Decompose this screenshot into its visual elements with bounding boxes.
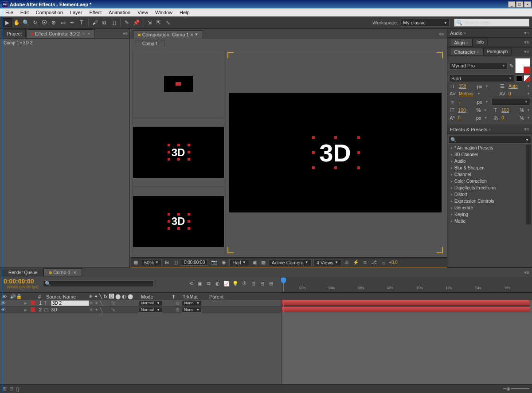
close-button[interactable]: × — [524, 1, 531, 8]
panel-menu-icon[interactable]: ▾≡ — [439, 31, 444, 37]
zoom-tool-icon[interactable]: 🔍 — [21, 18, 30, 27]
effects-category[interactable]: ▸3D Channel — [448, 151, 526, 158]
pin-tool-icon[interactable]: 📌 — [132, 18, 141, 27]
playhead-line[interactable] — [283, 300, 284, 313]
menu-effect[interactable]: Effect — [86, 9, 105, 16]
switch1-icon[interactable]: ⊡ — [250, 280, 257, 287]
views-dropdown[interactable]: 4 Views▼ — [313, 259, 341, 266]
stroke-style-dropdown[interactable]: ▼ — [491, 98, 530, 106]
panel-menu-icon[interactable]: ▾≡ — [524, 30, 529, 36]
tab-info[interactable]: Info — [473, 39, 488, 46]
effects-category[interactable]: ▸Color Correction — [448, 178, 526, 185]
rotate-tool-icon[interactable]: ↻ — [31, 18, 39, 27]
autokey-icon[interactable]: ⏱ — [241, 280, 248, 287]
frameblend-icon[interactable]: ⧉ — [205, 280, 212, 287]
tab-paragraph[interactable]: Paragraph — [483, 48, 512, 55]
playhead[interactable] — [283, 277, 284, 292]
time-display[interactable]: 0:00:00:00 — [181, 259, 208, 266]
font-size-value[interactable]: 158 — [459, 84, 474, 89]
timeline-icon[interactable]: ⧈ — [362, 259, 368, 266]
menu-edit[interactable]: Edit — [17, 9, 32, 16]
pen-tool-icon[interactable]: ✒ — [68, 18, 77, 27]
nofill-icon[interactable] — [524, 75, 530, 82]
switch2-icon[interactable]: ⊟ — [258, 280, 266, 287]
timecode-display[interactable]: 0:00:00:00 — [4, 278, 39, 285]
resolution-dropdown[interactable]: Half▼ — [229, 259, 249, 266]
anchor-tool-icon[interactable]: ⊕ — [49, 18, 58, 27]
hand-tool-icon[interactable]: ✋ — [12, 18, 21, 27]
layer-name-input[interactable] — [51, 300, 89, 306]
eraser-tool-icon[interactable]: ◫ — [109, 18, 118, 27]
switch3-icon[interactable]: ⊞ — [267, 280, 274, 287]
zoom-dropdown[interactable]: 50%▼ — [141, 259, 162, 266]
effects-category[interactable]: ▸Audio — [448, 158, 526, 165]
zoom-slider[interactable]: ━◉━━━━━━ — [503, 386, 529, 392]
stamp-tool-icon[interactable]: ⧉ — [100, 18, 109, 27]
font-style-dropdown[interactable]: Bold▼ — [449, 75, 514, 82]
layer-row[interactable]: 👁▸2▢3D✳ ✦ ╲fxNormal ▼⊘None ▼ — [0, 307, 282, 313]
pixel-icon[interactable]: ⊡ — [343, 259, 350, 266]
panel-menu-icon[interactable]: ▾≡ — [123, 31, 128, 36]
toggle-switches-icon[interactable]: ⊞ — [3, 386, 7, 392]
selection-tool-icon[interactable]: ▶ — [3, 18, 12, 27]
region-icon[interactable]: ▣ — [251, 259, 258, 266]
tab-character[interactable]: Character× — [450, 48, 483, 56]
draft3d-icon[interactable]: ▣ — [196, 280, 203, 287]
graph-icon[interactable]: 📈 — [223, 280, 230, 287]
eyedropper-icon[interactable]: ✎ — [509, 63, 513, 69]
time-ruler[interactable]: 02s04s06s08s10s12s14s16s — [282, 277, 532, 292]
tab-align[interactable]: Align× — [450, 39, 473, 47]
layer-row[interactable]: 👁▸1T✳ ✦ ╲fxNormal ▼⊘None ▼ — [0, 300, 282, 307]
effects-category[interactable]: ▸Matte — [448, 218, 526, 224]
menu-view[interactable]: View — [134, 9, 152, 16]
safezone-icon[interactable]: ⊞ — [164, 259, 170, 266]
menu-animation[interactable]: Animation — [105, 9, 134, 16]
panel-menu-icon[interactable]: ▾≡ — [524, 270, 529, 275]
axis3-icon[interactable]: ⤡ — [164, 18, 172, 27]
channel-icon[interactable]: ◉ — [220, 259, 227, 266]
view-right[interactable]: 3D — [132, 188, 224, 255]
menu-composition[interactable]: Composition — [32, 9, 66, 16]
motionblur-icon[interactable]: ◐ — [214, 280, 221, 287]
brainstorm-icon[interactable]: 💡 — [232, 280, 239, 287]
minimize-button[interactable]: _ — [508, 1, 515, 8]
label-color[interactable] — [31, 307, 35, 312]
camera-dropdown[interactable]: Active Camera▼ — [269, 259, 312, 266]
flow-icon[interactable]: ⎇ — [370, 259, 378, 266]
view-top[interactable] — [132, 50, 224, 118]
effects-category[interactable]: ▸Expression Controls — [448, 198, 526, 204]
visibility-icon[interactable]: 👁 — [0, 300, 7, 306]
tab-timeline-comp1[interactable]: ■Comp 1× — [43, 268, 82, 276]
stroke-swatch[interactable] — [516, 75, 522, 82]
timeline-search-input[interactable]: 🔍 — [43, 280, 154, 287]
shape-tool-icon[interactable]: ▭ — [59, 18, 67, 27]
toggle-modes-icon[interactable]: ⊟ — [9, 386, 13, 392]
menu-help[interactable]: Help — [176, 9, 193, 16]
menu-window[interactable]: Window — [152, 9, 176, 16]
layer-clip[interactable] — [282, 307, 530, 312]
transparency-icon[interactable]: ▩ — [260, 259, 267, 266]
tab-effect-controls[interactable]: ■Effect Controls: 3D 2×▼ — [27, 29, 94, 38]
panel-menu-icon[interactable]: ▾≡ — [524, 49, 529, 55]
snapshot-icon[interactable]: 📷 — [210, 259, 219, 266]
stroke-value[interactable]: - — [459, 99, 474, 104]
text-tool-icon[interactable]: T — [77, 18, 86, 27]
panel-menu-icon[interactable]: ▾≡ — [524, 126, 529, 132]
effects-search-input[interactable]: 🔍▼ — [448, 136, 531, 144]
roto-tool-icon[interactable]: ✎ — [122, 18, 131, 27]
exposure-value[interactable]: +0,0 — [389, 260, 398, 265]
tab-project[interactable]: Project — [3, 29, 26, 38]
blend-mode-dropdown[interactable]: Normal ▼ — [139, 300, 162, 306]
kerning-value[interactable]: Metrics — [459, 91, 474, 96]
label-color[interactable] — [31, 301, 35, 305]
toggle-in-out-icon[interactable]: {} — [16, 386, 19, 392]
exposure-icon[interactable]: ☼ — [380, 259, 387, 266]
tab-render-queue[interactable]: Render Queue — [3, 269, 43, 276]
audio-panel-title[interactable]: Audio — [450, 31, 462, 36]
leading-value[interactable]: Auto — [509, 84, 524, 89]
view-active-camera[interactable]: 3D — [225, 50, 445, 255]
fast-icon[interactable]: ⚡ — [352, 259, 360, 266]
parent-dropdown[interactable]: None ▼ — [182, 300, 202, 306]
effects-category[interactable]: ▸Keying — [448, 211, 526, 218]
effects-category[interactable]: ▸Digieffects FreeForm — [448, 185, 526, 191]
